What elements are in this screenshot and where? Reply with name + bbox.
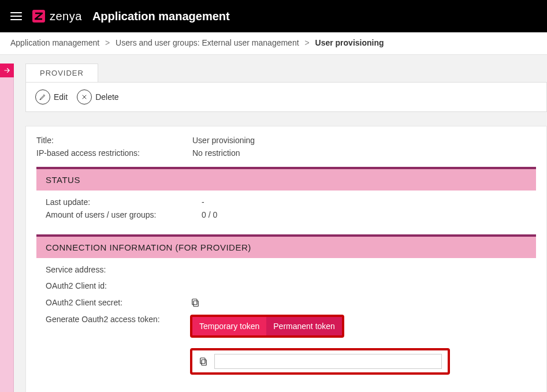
token-output-box bbox=[190, 348, 450, 375]
logo-mark-icon bbox=[31, 9, 46, 24]
svg-rect-4 bbox=[200, 358, 205, 364]
client-secret-label: OAuth2 Client secret: bbox=[46, 298, 190, 307]
info-row: IP-based access restrictions: No restric… bbox=[36, 148, 536, 158]
delete-label: Delete bbox=[95, 92, 118, 102]
collapsed-sidebar bbox=[0, 77, 14, 392]
info-title-label: Title: bbox=[36, 136, 192, 145]
copy-icon[interactable] bbox=[198, 356, 209, 367]
delete-button[interactable]: Delete bbox=[77, 89, 118, 104]
page-title: Application management bbox=[92, 10, 230, 23]
status-body: Last update: - Amount of users / user gr… bbox=[36, 191, 536, 225]
tab-provider[interactable]: PROVIDER bbox=[25, 64, 98, 82]
breadcrumb: Application management > Users and user … bbox=[0, 32, 547, 55]
breadcrumb-sep: > bbox=[304, 38, 309, 47]
status-last-update-value: - bbox=[202, 197, 204, 207]
token-output-input[interactable] bbox=[214, 354, 442, 369]
status-heading: STATUS bbox=[36, 169, 536, 191]
service-address-label: Service address: bbox=[46, 265, 190, 274]
info-title-value: User provisioning bbox=[192, 136, 255, 145]
breadcrumb-link[interactable]: Application management bbox=[10, 38, 99, 47]
status-last-update-label: Last update: bbox=[46, 197, 202, 207]
generate-token-label: Generate Oauth2 access token: bbox=[46, 315, 190, 324]
arrow-right-icon bbox=[3, 66, 11, 74]
temporary-token-button[interactable]: Temporary token bbox=[192, 317, 266, 335]
content-area: PROVIDER Edit Delete Title: User provisi… bbox=[14, 53, 547, 392]
breadcrumb-current: User provisioning bbox=[315, 38, 384, 47]
x-icon bbox=[77, 89, 92, 104]
connection-heading: CONNECTION INFORMATION (FOR PROVIDER) bbox=[36, 237, 536, 258]
connection-body: Service address: OAuth2 Client id: OAuth… bbox=[36, 258, 536, 384]
info-ip-value: No restriction bbox=[192, 148, 240, 158]
info-ip-label: IP-based access restrictions: bbox=[36, 148, 192, 158]
hamburger-menu-icon[interactable] bbox=[9, 9, 23, 23]
logo-text: zenya bbox=[50, 10, 82, 23]
copy-icon[interactable] bbox=[190, 297, 200, 308]
status-amount-value: 0 / 0 bbox=[202, 210, 217, 219]
expand-sidebar-button[interactable] bbox=[0, 64, 14, 77]
svg-rect-3 bbox=[202, 360, 206, 365]
tab-row: PROVIDER bbox=[25, 64, 547, 82]
client-id-label: OAuth2 Client id: bbox=[46, 281, 190, 290]
provider-card: Title: User provisioning IP-based access… bbox=[25, 126, 547, 392]
panel-toolbar: Edit Delete bbox=[25, 82, 547, 112]
status-amount-label: Amount of users / user groups: bbox=[46, 210, 202, 219]
app-header: zenya Application management bbox=[0, 0, 547, 32]
edit-label: Edit bbox=[54, 92, 68, 102]
svg-rect-1 bbox=[194, 301, 198, 307]
svg-rect-2 bbox=[192, 299, 197, 305]
permanent-token-button[interactable]: Permanent token bbox=[266, 317, 342, 335]
logo[interactable]: zenya bbox=[31, 9, 82, 24]
token-button-group: Temporary token Permanent token bbox=[190, 315, 344, 338]
breadcrumb-sep: > bbox=[105, 38, 110, 47]
info-row: Title: User provisioning bbox=[36, 136, 536, 145]
breadcrumb-link[interactable]: Users and user groups: External user man… bbox=[116, 38, 299, 47]
pencil-icon bbox=[35, 89, 50, 104]
edit-button[interactable]: Edit bbox=[35, 89, 68, 104]
